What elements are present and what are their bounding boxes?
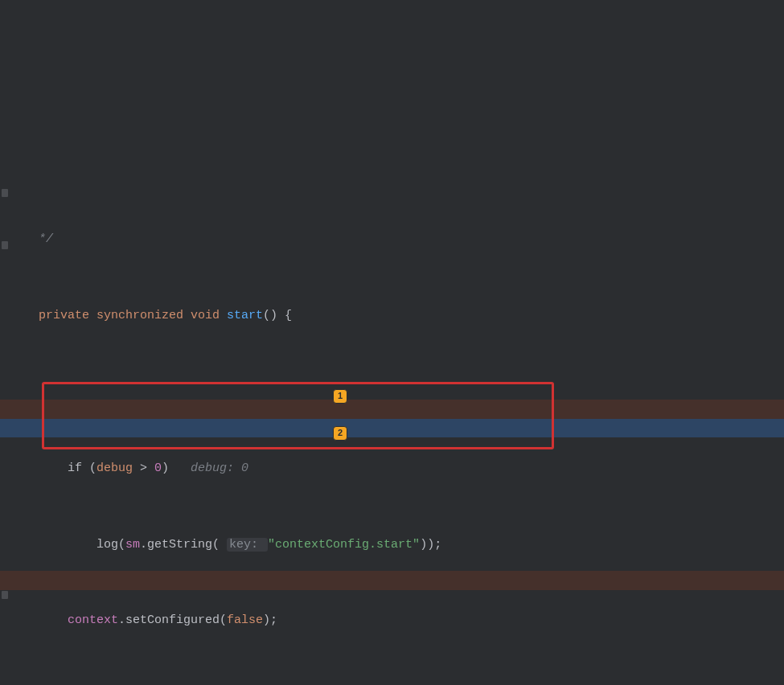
method-name: start xyxy=(227,309,263,322)
code-line[interactable] xyxy=(10,383,784,402)
inline-hint: debug: 0 xyxy=(191,461,248,475)
line-highlight-error xyxy=(0,400,784,419)
keywords: private synchronized void xyxy=(10,309,227,322)
line-highlight-selected xyxy=(0,419,784,438)
code-line[interactable]: context.setConfigured(false); xyxy=(10,611,784,630)
code-line[interactable]: private synchronized void start() { xyxy=(10,306,784,326)
code-line[interactable]: log(sm.getString( key: "contextConfig.st… xyxy=(10,535,784,555)
comment-end: */ xyxy=(10,232,53,246)
param-hint: key: xyxy=(227,538,268,552)
line-highlight-error xyxy=(0,571,784,590)
annotation-badge-2: 2 xyxy=(333,426,347,441)
code-line[interactable]: if (debug > 0) debug: 0 xyxy=(10,459,784,478)
code-line[interactable]: */ xyxy=(10,230,784,249)
code-editor[interactable]: */ private synchronized void start() { i… xyxy=(0,0,784,685)
text: () { xyxy=(263,309,292,322)
annotation-badge-1: 1 xyxy=(333,389,347,404)
